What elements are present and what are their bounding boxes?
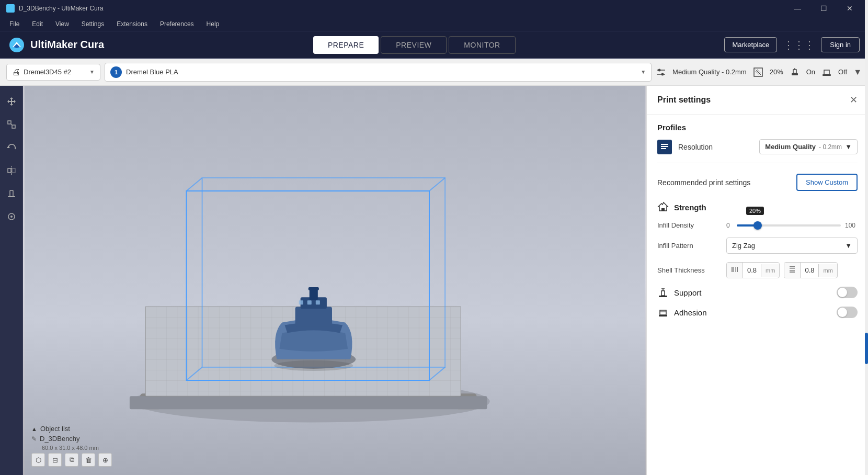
nav-tabs: PREPARE PREVIEW MONITOR <box>313 36 516 54</box>
mirror-tool-button[interactable] <box>2 161 21 180</box>
infill-icon <box>753 67 763 77</box>
wall-thickness-value: 0.8 <box>743 263 761 277</box>
object-tool-copy[interactable]: ⧉ <box>65 453 78 467</box>
shell-thickness-control: 0.8 mm <box>726 262 858 278</box>
svg-rect-45 <box>295 307 332 326</box>
strength-icon <box>657 201 669 213</box>
per-model-settings-button[interactable] <box>2 207 21 226</box>
tab-monitor[interactable]: MONITOR <box>449 36 515 54</box>
object-tool-merge[interactable]: ⊕ <box>98 453 112 467</box>
resolution-dropdown[interactable]: Medium Quality - 0.2mm ▼ <box>759 139 858 154</box>
tab-preview[interactable]: PREVIEW <box>381 36 447 54</box>
close-button[interactable]: ✕ <box>838 0 862 17</box>
shell-thickness-row: Shell Thickness <box>657 262 858 278</box>
adhesion-toggle[interactable] <box>837 307 858 318</box>
svg-rect-48 <box>309 287 319 290</box>
printer-name: Dremel3D45 #2 <box>24 68 86 76</box>
infill-density-control: 0 20% 100 <box>726 222 858 229</box>
object-tool-cube[interactable]: ⬡ <box>31 453 45 467</box>
menu-view[interactable]: View <box>50 18 74 30</box>
support-row: Support <box>657 287 858 298</box>
apps-grid-icon[interactable]: ⋮⋮⋮ <box>783 39 815 51</box>
adhesion-row: Adhesion <box>657 307 858 318</box>
panel-close-button[interactable]: ✕ <box>850 94 858 106</box>
scale-tool-button[interactable] <box>2 115 21 134</box>
infill-slider-track[interactable]: 20% <box>737 224 841 227</box>
undo-button[interactable] <box>2 138 21 157</box>
maximize-button[interactable]: ☐ <box>812 0 836 17</box>
svg-rect-66 <box>661 291 665 296</box>
move-tool-button[interactable] <box>2 92 21 111</box>
toolbar: 🖨 Dremel3D45 #2 ▼ 1 Dremel Blue PLA ▼ Me… <box>0 59 868 86</box>
svg-point-4 <box>661 73 664 75</box>
menu-preferences[interactable]: Preferences <box>155 18 199 30</box>
printer-dropdown-arrow: ▼ <box>89 69 95 75</box>
shell-thickness-label: Shell Thickness <box>657 266 720 274</box>
support-icon <box>790 67 800 77</box>
toolbar-expand-button[interactable]: ▼ <box>853 67 862 77</box>
infill-pattern-row: Infill Pattern Zig Zag ▼ <box>657 238 858 254</box>
menu-help[interactable]: Help <box>201 18 225 30</box>
resolution-label: Resolution <box>678 143 759 151</box>
svg-point-26 <box>10 216 13 218</box>
menu-settings[interactable]: Settings <box>76 18 109 30</box>
menu-extensions[interactable]: Extensions <box>111 18 153 30</box>
svg-rect-54 <box>661 146 668 147</box>
logo-icon <box>8 37 25 53</box>
strength-section-label: Strength <box>674 203 706 212</box>
object-list-header[interactable]: ▲ Object list <box>31 425 112 433</box>
viewport[interactable]: ▲ Object list ✎ D_3DBenchy 60.0 x 31.0 x… <box>23 86 646 475</box>
infill-density-label: Infill Density <box>657 221 720 229</box>
svg-rect-15 <box>12 125 15 128</box>
wall-lines-icon <box>731 266 738 273</box>
infill-pattern-dropdown[interactable]: Zig Zag ▼ <box>726 238 858 254</box>
object-dimensions: 60.0 x 31.0 x 48.0 mm <box>31 445 112 451</box>
menu-file[interactable]: File <box>4 18 25 30</box>
panel-body: Profiles Resolution Medium Quality - 0.2… <box>647 115 868 475</box>
tab-prepare[interactable]: PREPARE <box>313 36 379 54</box>
window-controls: — ☐ ✕ <box>785 0 862 17</box>
support-feature-icon <box>657 287 669 298</box>
top-lines-icon <box>789 266 796 273</box>
infill-pattern-value: Zig Zag <box>732 242 755 250</box>
svg-rect-14 <box>8 121 11 124</box>
object-tool-layer[interactable]: ⊟ <box>48 453 62 467</box>
resolution-icon <box>657 140 672 154</box>
svg-rect-21 <box>8 196 15 197</box>
marketplace-button[interactable]: Marketplace <box>724 37 777 52</box>
logo: UltiMaker Cura <box>8 37 104 53</box>
left-toolbar <box>0 86 23 475</box>
printer-selector[interactable]: 🖨 Dremel3D45 #2 ▼ <box>6 64 100 81</box>
svg-rect-49 <box>299 300 303 304</box>
object-tool-delete[interactable]: 🗑 <box>82 453 95 467</box>
svg-marker-20 <box>12 168 15 173</box>
scroll-indicator[interactable] <box>865 0 868 475</box>
infill-density-row: Infill Density 0 20% 100 <box>657 221 858 229</box>
signin-button[interactable]: Sign in <box>821 37 860 52</box>
resolution-dropdown-arrow: ▼ <box>845 143 852 151</box>
recommended-label: Recommended print settings <box>657 178 750 187</box>
top-thickness-input[interactable]: 0.8 mm <box>784 262 837 278</box>
show-custom-button[interactable]: Show Custom <box>796 174 858 191</box>
object-list-label: Object list <box>40 425 70 433</box>
resolution-lines-icon <box>660 143 669 151</box>
print-settings-panel: Print settings ✕ Profiles Resolution Med… <box>646 86 868 475</box>
svg-rect-31 <box>130 396 487 409</box>
resolution-value: Medium Quality <box>765 143 816 151</box>
minimize-button[interactable]: — <box>785 0 809 17</box>
panel-title: Print settings <box>657 95 711 105</box>
material-selector[interactable]: 1 Dremel Blue PLA ▼ <box>105 63 652 82</box>
menu-edit[interactable]: Edit <box>27 18 48 30</box>
object-edit-icon[interactable]: ✎ <box>31 435 37 443</box>
support-tool-icon <box>6 188 17 199</box>
slider-thumb[interactable]: 20% <box>753 221 762 230</box>
svg-rect-10 <box>793 70 796 73</box>
support-tool-button[interactable] <box>2 184 21 203</box>
adhesion-label: Adhesion <box>674 308 831 317</box>
wall-thickness-input[interactable]: 0.8 mm <box>726 262 780 278</box>
support-label: On <box>806 68 815 76</box>
resolution-sub: - 0.2mm <box>819 143 842 151</box>
recommended-row: Recommended print settings Show Custom <box>657 174 858 191</box>
support-toggle[interactable] <box>837 287 858 298</box>
per-model-settings-icon <box>6 211 17 222</box>
